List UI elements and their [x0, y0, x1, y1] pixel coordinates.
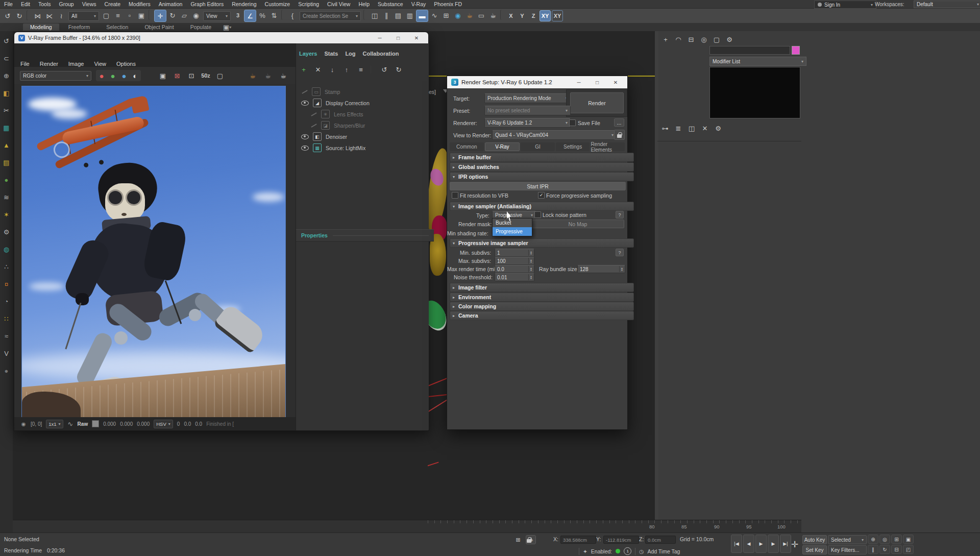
menu-item[interactable]: Substance [374, 1, 407, 7]
axis-x-button[interactable]: X [506, 11, 516, 21]
layer-row-denoiser[interactable]: ◧ Denoiser [296, 131, 434, 142]
view-to-render-dropdown[interactable]: Quad 4 - VRayCam004 ▾ [492, 130, 617, 140]
axis-z-button[interactable]: Z [528, 11, 538, 21]
next-frame-icon[interactable]: ▶ [768, 535, 779, 553]
schematic-view-icon[interactable]: ⊞ [440, 10, 452, 21]
rows-tool-icon[interactable]: ▤ [1, 157, 12, 168]
ribbon-tab-freeform[interactable]: Freeform [61, 23, 97, 31]
max-render-time-field[interactable]: 0.0 ▲▼ [495, 265, 534, 273]
proportion-dots-icon[interactable]: ∷ [1, 313, 12, 324]
workspace-dropdown[interactable]: Default ▾ [914, 1, 980, 8]
green-channel-icon[interactable]: ● [107, 70, 118, 81]
currency-tool-icon[interactable]: ¤ [1, 278, 12, 289]
spinner-arrows[interactable]: ▲▼ [528, 258, 533, 264]
force-progressive-checkbox[interactable]: ✓ [538, 192, 545, 199]
rollout-image-filter[interactable]: ▸ Image filter [450, 283, 634, 292]
menu-item[interactable]: Edit [17, 1, 34, 7]
show-end-result-icon[interactable]: ≣ [673, 123, 684, 134]
pin-stack-icon[interactable]: ⊶ [659, 123, 671, 134]
rollout-frame-buffer[interactable]: ▸ Frame buffer [450, 153, 634, 162]
preset-dropdown[interactable]: No preset selected ▾ [484, 106, 571, 115]
window-crossing-icon[interactable]: ▣ [136, 10, 147, 21]
layer-row-lens-effects[interactable]: ✳ Lens Effects [296, 109, 443, 119]
lock-view-button[interactable] [614, 130, 625, 140]
save-file-checkbox[interactable] [569, 119, 576, 126]
menu-item[interactable]: Rendering [228, 1, 260, 7]
grid-object-icon[interactable]: ▦ [1, 122, 12, 133]
ribbon-toggle-icon[interactable]: ▬ [416, 10, 428, 22]
option-progressive[interactable]: Progressive [493, 227, 532, 236]
render-production-icon[interactable]: ☕ [487, 10, 499, 21]
add-time-tag[interactable]: Add Time Tag [647, 548, 680, 554]
axis-plane-flyout-button[interactable]: XY [552, 10, 563, 21]
save-layer-tree-icon[interactable]: ↓ [327, 64, 338, 75]
waves-tool-icon[interactable]: ≋ [1, 191, 12, 203]
rollout-ipr-options[interactable]: ▾ IPR options [450, 172, 634, 181]
region-render-icon[interactable]: ⊡ [186, 70, 197, 81]
timeline-track[interactable]: 80 85 90 95 100 [13, 520, 801, 533]
color-curve-icon[interactable]: ∿ [67, 418, 74, 429]
create-tab-icon[interactable]: + [660, 34, 671, 45]
one-badge[interactable]: 1 [624, 547, 631, 555]
menu-item[interactable]: Civil View [323, 1, 354, 7]
menu-item[interactable]: Help [354, 1, 374, 7]
properties-section-header[interactable]: Properties [296, 229, 434, 241]
ray-bundle-size-field[interactable]: 128 ▲▼ [577, 265, 625, 273]
tab-log[interactable]: Log [345, 51, 355, 57]
make-unique-icon[interactable]: ◫ [686, 123, 697, 134]
nav-plus-icon[interactable]: ✛ [789, 537, 800, 551]
redo-icon[interactable]: ↻ [14, 10, 25, 21]
modify-tab-icon[interactable]: ◠ [673, 34, 684, 45]
rollout-image-sampler[interactable]: ▾ Image sampler (Antialiasing) [450, 202, 634, 211]
reference-coordinate-dropdown[interactable]: View ▾ [203, 11, 231, 21]
ribbon-tab-object-paint[interactable]: Object Paint [137, 23, 181, 31]
menu-item[interactable]: Create [101, 1, 125, 7]
undo-icon[interactable]: ↺ [2, 10, 13, 21]
material-editor-icon[interactable]: ◉ [452, 10, 463, 21]
selection-filter-dropdown[interactable]: All ▾ [68, 11, 99, 21]
swift-loop-icon[interactable]: ◧ [1, 87, 12, 99]
sign-in-button[interactable]: Sign In ▾ [814, 1, 876, 9]
remove-modifier-icon[interactable]: ✕ [699, 123, 710, 134]
previous-frame-icon[interactable]: ◀ [743, 535, 754, 553]
maximize-icon[interactable]: □ [390, 35, 406, 41]
pan-icon[interactable]: ∥ [868, 545, 878, 554]
time-tag-icon[interactable]: ◷ [639, 548, 644, 554]
curve-editor-icon[interactable]: ∿ [429, 10, 440, 21]
star-tool-icon[interactable]: ✶ [1, 209, 12, 220]
object-name-field[interactable] [709, 46, 790, 55]
clear-image-icon[interactable]: ⊠ [172, 70, 183, 81]
menu-item[interactable]: Graph Editors [186, 1, 228, 7]
gear-tool-icon[interactable]: ⚙ [1, 226, 12, 237]
align-icon[interactable]: ∥ [381, 10, 392, 21]
zoom-50-icon[interactable]: 50z [200, 70, 211, 81]
z-coord-field[interactable]: 0.0cm [645, 536, 676, 544]
maximize-viewport-icon[interactable]: ◰ [903, 545, 914, 554]
subobject-icon[interactable]: ⊂ [1, 53, 12, 64]
visibility-on-icon[interactable] [301, 134, 309, 139]
menu-item[interactable]: Customize [261, 1, 295, 7]
select-by-name-icon[interactable]: ≡ [112, 10, 124, 21]
axis-y-button[interactable]: Y [517, 11, 527, 21]
menu-item[interactable]: V-Ray [407, 1, 430, 7]
selection-lock-icon[interactable]: ⊞ [513, 536, 523, 544]
spinner-arrows[interactable]: ▲▼ [528, 266, 533, 272]
orbit-icon[interactable]: ↻ [879, 545, 890, 554]
go-to-start-icon[interactable]: |◀ [731, 535, 742, 553]
vfb-menu-item[interactable]: Image [68, 61, 84, 67]
menu-item[interactable]: Animation [155, 1, 187, 7]
start-render-icon[interactable]: ☕ [278, 70, 289, 81]
layer-list-icon[interactable]: ≡ [355, 64, 366, 75]
rollout-progressive-sampler[interactable]: ▾ Progressive image sampler [450, 238, 634, 248]
render-history-icon[interactable]: ☕ [262, 70, 274, 81]
vfb-menu-item[interactable]: Options [116, 61, 136, 67]
quarter-circle-icon[interactable]: ◔ [1, 296, 12, 307]
scene-explorer-icon[interactable]: ▤ [393, 10, 404, 21]
redo-icon[interactable]: ↻ [393, 64, 404, 75]
pixel-probe-icon[interactable]: ◉ [20, 418, 27, 429]
object-color-swatch[interactable] [792, 46, 800, 55]
key-filters-button[interactable]: Key Filters... [828, 545, 867, 554]
select-object-icon[interactable]: ▢ [101, 10, 112, 21]
mono-channel-icon[interactable]: ◐ [130, 70, 141, 81]
named-selection-set-dropdown[interactable]: Create Selection Se ▾ [300, 11, 361, 21]
